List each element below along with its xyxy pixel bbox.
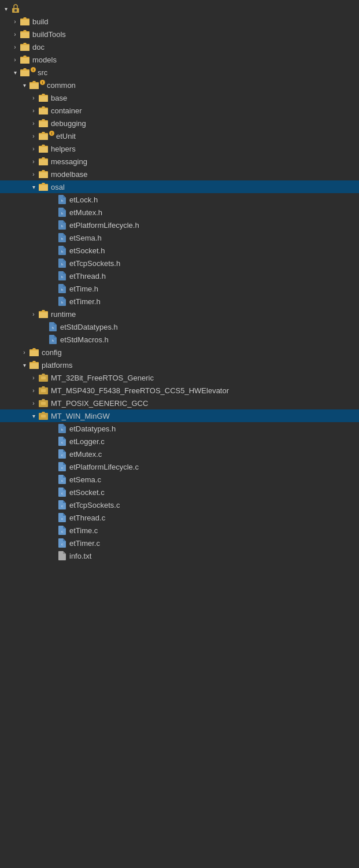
list-item[interactable]: container: [0, 104, 359, 117]
folder-icon: [20, 29, 30, 39]
list-item[interactable]: h etTimer.h: [0, 295, 359, 308]
file-icon: h: [57, 245, 67, 256]
root-folder-icon: [10, 3, 21, 14]
file-icon: h: [57, 194, 67, 205]
chevron-icon: [47, 462, 57, 471]
file-icon: h: [57, 220, 67, 230]
chevron-icon: [47, 487, 57, 497]
chevron-icon: [10, 29, 20, 39]
list-item[interactable]: config: [0, 346, 359, 359]
folder-icon: [29, 347, 39, 357]
list-item[interactable]: c etThread.c: [0, 511, 359, 524]
item-label: etSocket.c: [69, 488, 105, 497]
chevron-icon: [47, 437, 57, 446]
list-item[interactable]: ! etUnit: [0, 130, 359, 142]
list-item[interactable]: h etSocket.h: [0, 244, 359, 257]
list-item[interactable]: doc: [0, 40, 359, 53]
item-label: MT_WIN_MinGW: [51, 412, 110, 420]
list-item[interactable]: models: [0, 53, 359, 66]
list-item[interactable]: h etTcpSockets.h: [0, 257, 359, 269]
list-item[interactable]: MT_POSIX_GENERIC_GCC: [0, 397, 359, 409]
chevron-icon: [47, 284, 57, 293]
list-item[interactable]: h etTime.h: [0, 282, 359, 295]
list-item[interactable]: ! common: [0, 79, 359, 91]
list-item[interactable]: MT_32Bit_FreeRTOS_Generic: [0, 371, 359, 384]
svg-text:h: h: [61, 212, 63, 215]
list-item[interactable]: helpers: [0, 142, 359, 155]
list-item[interactable]: h etStdMacros.h: [0, 333, 359, 346]
list-item[interactable]: MT_MSP430_F5438_FreeRTOS_CCS5_HWElevator: [0, 384, 359, 397]
chevron-icon: [10, 55, 20, 64]
file-icon: c: [57, 436, 67, 446]
svg-text:h: h: [61, 237, 63, 241]
list-item[interactable]: c etTcpSockets.c: [0, 498, 359, 511]
chevron-icon: [29, 144, 38, 153]
item-label: etPlatformLifecycle.c: [69, 463, 139, 471]
list-item[interactable]: modelbase: [0, 168, 359, 180]
list-item[interactable]: info.txt: [0, 549, 359, 562]
list-item[interactable]: c etMutex.c: [0, 448, 359, 460]
chevron-icon: [47, 208, 57, 217]
item-label: etTime.c: [69, 526, 98, 535]
list-item[interactable]: h etDatatypes.h: [0, 422, 359, 435]
item-label: platforms: [42, 361, 72, 370]
item-label: etThread.c: [69, 514, 105, 522]
file-icon: h: [57, 258, 67, 268]
item-label: config: [42, 348, 62, 357]
chevron-icon: [38, 322, 47, 331]
list-item[interactable]: ! src: [0, 66, 359, 79]
item-label: etTimer.h: [69, 297, 101, 306]
item-label: doc: [32, 43, 45, 51]
list-item[interactable]: c etTime.c: [0, 524, 359, 537]
list-item[interactable]: base: [0, 91, 359, 104]
list-item[interactable]: h etPlatformLifecycle.h: [0, 219, 359, 231]
item-label: etSocket.h: [69, 246, 105, 255]
item-label: etTime.h: [69, 285, 98, 293]
folder-icon: [38, 309, 49, 319]
list-item[interactable]: platforms: [0, 359, 359, 371]
svg-rect-20: [41, 389, 46, 392]
list-item[interactable]: runtime: [0, 308, 359, 320]
chevron-icon: [29, 309, 38, 319]
list-item[interactable]: c etTimer.c: [0, 537, 359, 549]
svg-rect-1: [14, 9, 17, 12]
list-item[interactable]: build: [0, 15, 359, 28]
item-label: etSema.h: [69, 234, 102, 242]
list-item[interactable]: h etThread.h: [0, 269, 359, 282]
list-item[interactable]: c etSema.c: [0, 473, 359, 486]
chevron-icon: [29, 157, 38, 166]
list-item[interactable]: h etLock.h: [0, 193, 359, 206]
folder-icon: [38, 118, 49, 128]
list-item[interactable]: h etMutex.h: [0, 206, 359, 219]
file-icon: c: [57, 500, 67, 510]
list-item[interactable]: h etStdDatatypes.h: [0, 320, 359, 333]
list-item[interactable]: c etLogger.c: [0, 435, 359, 448]
folder-icon: [38, 385, 49, 396]
list-item[interactable]: MT_WIN_MinGW: [0, 409, 359, 422]
chevron-icon: [47, 475, 57, 484]
tree-root[interactable]: [0, 2, 359, 15]
item-label: etTcpSockets.h: [69, 259, 120, 268]
chevron-icon: [38, 335, 47, 344]
item-label: helpers: [51, 145, 76, 153]
svg-text:h: h: [61, 428, 63, 431]
folder-icon: [20, 16, 30, 27]
list-item[interactable]: c etSocket.c: [0, 486, 359, 498]
list-item[interactable]: c etPlatformLifecycle.c: [0, 460, 359, 473]
chevron-icon: [29, 411, 38, 420]
list-item[interactable]: debugging: [0, 117, 359, 130]
item-label: models: [32, 56, 57, 64]
item-label: etMutex.h: [69, 208, 102, 217]
item-label: etTimer.c: [69, 539, 100, 548]
list-item[interactable]: messaging: [0, 155, 359, 168]
chevron-icon: [47, 271, 57, 280]
chevron-icon: [29, 386, 38, 395]
list-item[interactable]: osal: [0, 180, 359, 193]
folder-icon: [20, 67, 30, 77]
list-item[interactable]: h etSema.h: [0, 231, 359, 244]
item-label: etDatatypes.h: [69, 424, 116, 433]
svg-text:h: h: [61, 250, 63, 253]
tree-items-container: build buildTools doc models ! src ! comm…: [0, 15, 359, 562]
item-label: etStdMacros.h: [60, 335, 109, 344]
list-item[interactable]: buildTools: [0, 28, 359, 40]
